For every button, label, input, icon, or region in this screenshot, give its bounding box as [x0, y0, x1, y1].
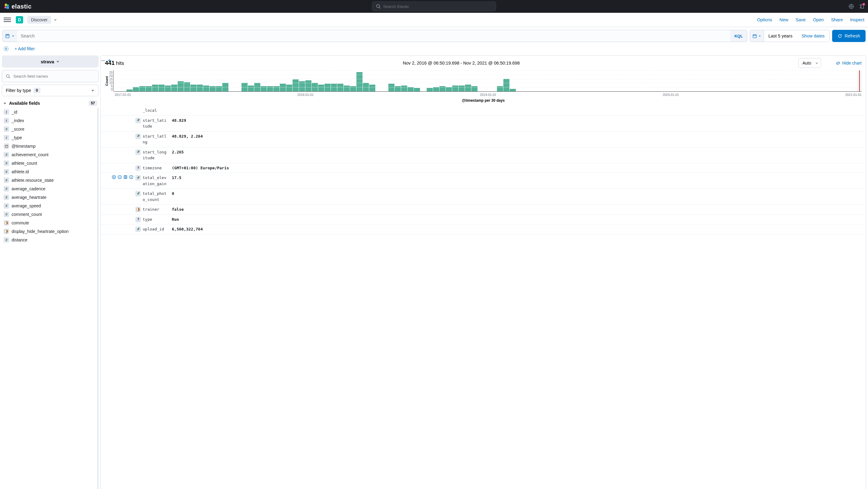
field-type-icon: #: [135, 175, 141, 186]
chart-bar[interactable]: [452, 86, 458, 91]
refresh-button[interactable]: Refresh: [832, 30, 866, 42]
query-input[interactable]: [17, 30, 730, 42]
field-item[interactable]: #distance: [2, 236, 96, 244]
chart-bar[interactable]: [203, 86, 209, 91]
field-stats-icon[interactable]: [101, 58, 105, 63]
global-search[interactable]: [372, 2, 496, 11]
filter-for-icon[interactable]: [112, 175, 116, 179]
filter-options-icon[interactable]: [3, 46, 9, 52]
nav-toggle[interactable]: [4, 18, 11, 22]
chart-bar[interactable]: [389, 84, 395, 91]
field-item[interactable]: #_score: [2, 125, 96, 133]
global-search-input[interactable]: [383, 4, 492, 9]
field-item[interactable]: t_id: [2, 108, 96, 116]
field-item[interactable]: #average_cadence: [2, 184, 96, 193]
exists-icon[interactable]: [129, 175, 133, 179]
index-pattern-selector[interactable]: strava: [2, 55, 98, 67]
filter-by-type[interactable]: Filter by type 0: [2, 85, 98, 96]
available-fields-header[interactable]: Available fields 57: [2, 99, 98, 108]
chart-bar[interactable]: [446, 87, 452, 91]
field-key: total_photo_count: [141, 191, 169, 202]
global-header: elastic: [0, 0, 868, 13]
chart-bar[interactable]: [407, 87, 414, 91]
chart-bar[interactable]: [427, 88, 433, 91]
chart-bar[interactable]: [337, 84, 343, 91]
interval-select[interactable]: Auto: [798, 58, 821, 68]
chart-bar[interactable]: [503, 79, 509, 91]
field-item[interactable]: display_hide_heartrate_option: [2, 227, 96, 236]
chart-bar[interactable]: [459, 86, 465, 91]
logo[interactable]: elastic: [4, 3, 32, 10]
chart-bar[interactable]: [369, 85, 375, 91]
field-item[interactable]: t_index: [2, 116, 96, 125]
field-item[interactable]: #average_heartrate: [2, 193, 96, 202]
action-new[interactable]: New: [779, 17, 788, 22]
hide-chart-button[interactable]: Hide chart: [836, 61, 862, 65]
toggle-column-icon[interactable]: [123, 175, 128, 179]
chart-bar[interactable]: [152, 85, 158, 91]
field-item[interactable]: #comment_count: [2, 210, 96, 219]
action-inspect[interactable]: Inspect: [850, 17, 864, 22]
chart-bar[interactable]: [414, 88, 420, 91]
svg-point-4: [376, 5, 379, 8]
field-item[interactable]: #achievement_count: [2, 150, 96, 159]
row-actions: [108, 206, 135, 212]
chart-bar[interactable]: [190, 85, 196, 91]
chart-bar[interactable]: [133, 87, 139, 91]
help-icon[interactable]: [848, 4, 854, 9]
chart-bar[interactable]: [510, 89, 516, 91]
date-range-display[interactable]: Last 5 years: [764, 30, 797, 42]
filter-out-icon[interactable]: [117, 175, 122, 179]
chart-bar[interactable]: [344, 86, 350, 91]
action-open[interactable]: Open: [813, 17, 824, 22]
action-options[interactable]: Options: [757, 17, 772, 22]
chart-bar[interactable]: [165, 86, 171, 91]
chart-bar[interactable]: [331, 84, 337, 91]
chart-bar[interactable]: [280, 84, 286, 91]
field-key: _local: [141, 108, 169, 114]
field-name: _id: [11, 110, 17, 114]
chart-bar[interactable]: [318, 85, 324, 91]
chart-bar[interactable]: [401, 86, 407, 91]
doc-row: #start_latlng48.829, 2.264: [101, 132, 866, 147]
collapse-sidebar-icon[interactable]: [108, 58, 112, 63]
field-search-input[interactable]: [13, 74, 95, 79]
chart-bar[interactable]: [433, 87, 439, 91]
svg-point-2: [5, 6, 7, 8]
field-value: 6,560,322,764: [169, 226, 854, 232]
field-item[interactable]: #athlete.resource_state: [2, 176, 96, 184]
chart-bar[interactable]: [171, 85, 177, 91]
chart-bar[interactable]: [292, 80, 299, 91]
chart-bar[interactable]: [126, 89, 133, 91]
field-item[interactable]: #average_speed: [2, 202, 96, 210]
newsfeed-icon[interactable]: [859, 4, 864, 9]
space-selector[interactable]: D: [16, 16, 23, 24]
chart-bar[interactable]: [184, 82, 190, 91]
chart-bar[interactable]: [197, 85, 203, 91]
chart-bar[interactable]: [286, 85, 292, 91]
chart-bar[interactable]: [158, 85, 164, 91]
chart-bars[interactable]: [114, 70, 862, 92]
chart-bar[interactable]: [465, 85, 471, 91]
add-filter-button[interactable]: + Add filter: [14, 46, 35, 51]
field-search[interactable]: [2, 70, 98, 82]
show-dates-button[interactable]: Show dates: [797, 30, 829, 42]
date-picker: Last 5 years Show dates: [750, 30, 830, 42]
brand-text: elastic: [11, 3, 32, 10]
saved-query-button[interactable]: [2, 30, 17, 42]
field-item[interactable]: commute: [2, 219, 96, 227]
field-item[interactable]: #athlete_count: [2, 159, 96, 168]
query-language-toggle[interactable]: KQL: [730, 30, 747, 42]
chart-bar[interactable]: [356, 72, 363, 91]
refresh-icon: [838, 34, 842, 38]
action-save[interactable]: Save: [796, 17, 806, 22]
field-item[interactable]: #athlete.id: [2, 168, 96, 176]
chart-bar[interactable]: [305, 80, 311, 91]
chart-bar[interactable]: [248, 86, 254, 91]
field-item[interactable]: t_type: [2, 133, 96, 142]
quick-select-button[interactable]: [750, 30, 764, 42]
app-title-pill[interactable]: Discover: [27, 16, 51, 24]
field-item[interactable]: @timestamp: [2, 142, 96, 150]
chart-bar[interactable]: [324, 84, 331, 91]
action-share[interactable]: Share: [831, 17, 843, 22]
